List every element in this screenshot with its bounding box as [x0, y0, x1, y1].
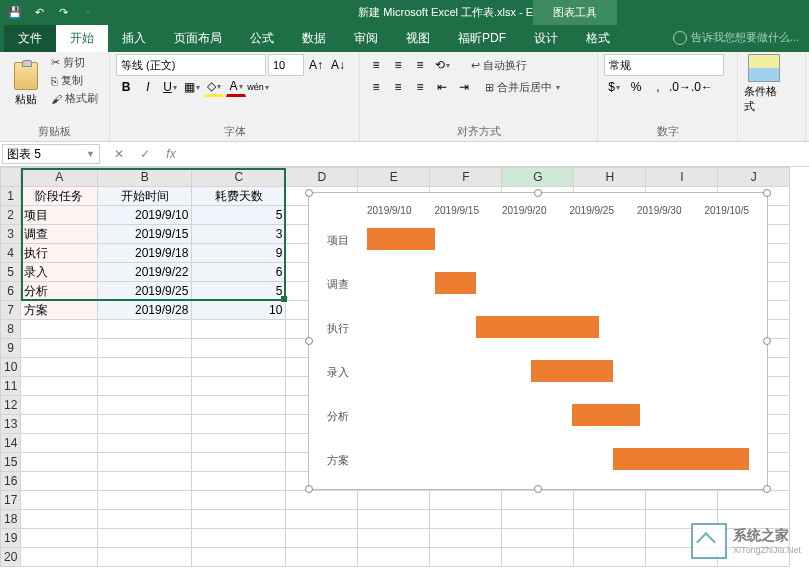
tab-chart-format[interactable]: 格式 — [572, 25, 624, 52]
cell-F20[interactable] — [430, 548, 502, 567]
row-header-16[interactable]: 16 — [1, 472, 21, 491]
cell-D18[interactable] — [286, 510, 358, 529]
cell-B14[interactable] — [98, 434, 192, 453]
cell-B19[interactable] — [98, 529, 192, 548]
cell-A5[interactable]: 录入 — [21, 263, 98, 282]
row-header-20[interactable]: 20 — [1, 548, 21, 567]
fill-color-button[interactable]: ◇ — [204, 77, 224, 97]
row-header-2[interactable]: 2 — [1, 206, 21, 225]
cell-I17[interactable] — [646, 491, 718, 510]
chart-object[interactable]: 2019/9/102019/9/152019/9/202019/9/252019… — [308, 192, 768, 490]
cell-E18[interactable] — [358, 510, 430, 529]
border-button[interactable]: ▦ — [182, 77, 202, 97]
cell-A17[interactable] — [21, 491, 98, 510]
cell-C16[interactable] — [192, 472, 286, 491]
cell-D20[interactable] — [286, 548, 358, 567]
tab-formulas[interactable]: 公式 — [236, 25, 288, 52]
cell-C11[interactable] — [192, 377, 286, 396]
tab-foxit-pdf[interactable]: 福昕PDF — [444, 25, 520, 52]
decrease-indent-icon[interactable]: ⇤ — [432, 77, 452, 97]
increase-decimal-icon[interactable]: .0→ — [670, 77, 690, 97]
cell-B6[interactable]: 2019/9/25 — [98, 282, 192, 301]
chart-plot-area[interactable]: 项目 调查 执行 录入 分析 方案 — [327, 224, 749, 472]
row-header-12[interactable]: 12 — [1, 396, 21, 415]
cell-A4[interactable]: 执行 — [21, 244, 98, 263]
row-header-9[interactable]: 9 — [1, 339, 21, 358]
cell-C18[interactable] — [192, 510, 286, 529]
cell-C5[interactable]: 6 — [192, 263, 286, 282]
cell-A10[interactable] — [21, 358, 98, 377]
format-painter-button[interactable]: 🖌格式刷 — [48, 90, 101, 107]
wrap-text-button[interactable]: ↩自动换行 — [468, 57, 530, 74]
cell-A15[interactable] — [21, 453, 98, 472]
enter-formula-icon[interactable]: ✓ — [134, 147, 156, 161]
paste-button[interactable]: 粘贴 — [6, 54, 46, 114]
cell-A6[interactable]: 分析 — [21, 282, 98, 301]
cell-B17[interactable] — [98, 491, 192, 510]
phonetic-button[interactable]: wén — [248, 77, 268, 97]
cell-F18[interactable] — [430, 510, 502, 529]
save-icon[interactable]: 💾 — [4, 3, 26, 23]
align-right-icon[interactable]: ≡ — [410, 77, 430, 97]
decrease-font-icon[interactable]: A↓ — [328, 55, 348, 75]
row-header-15[interactable]: 15 — [1, 453, 21, 472]
decrease-decimal-icon[interactable]: .0← — [692, 77, 712, 97]
row-header-5[interactable]: 5 — [1, 263, 21, 282]
tell-me-search[interactable]: 告诉我您想要做什么... — [673, 30, 799, 45]
tab-view[interactable]: 视图 — [392, 25, 444, 52]
cell-D19[interactable] — [286, 529, 358, 548]
cut-button[interactable]: ✂剪切 — [48, 54, 101, 71]
tab-file[interactable]: 文件 — [4, 25, 56, 52]
gantt-bar[interactable] — [367, 228, 435, 250]
increase-indent-icon[interactable]: ⇥ — [454, 77, 474, 97]
gantt-bar[interactable] — [572, 404, 640, 426]
cell-A19[interactable] — [21, 529, 98, 548]
row-header-19[interactable]: 19 — [1, 529, 21, 548]
cell-C14[interactable] — [192, 434, 286, 453]
cell-C8[interactable] — [192, 320, 286, 339]
cell-B5[interactable]: 2019/9/22 — [98, 263, 192, 282]
col-header-H[interactable]: H — [574, 168, 646, 187]
cell-G17[interactable] — [502, 491, 574, 510]
row-header-6[interactable]: 6 — [1, 282, 21, 301]
cell-A2[interactable]: 项目 — [21, 206, 98, 225]
row-header-4[interactable]: 4 — [1, 244, 21, 263]
worksheet-area[interactable]: ABCDEFGHIJ1阶段任务开始时间耗费天数2项目2019/9/1053调查2… — [0, 167, 809, 567]
cell-B8[interactable] — [98, 320, 192, 339]
col-header-A[interactable]: A — [21, 168, 98, 187]
cell-G19[interactable] — [502, 529, 574, 548]
cell-C7[interactable]: 10 — [192, 301, 286, 320]
cell-H17[interactable] — [574, 491, 646, 510]
cell-C9[interactable] — [192, 339, 286, 358]
percent-format-icon[interactable]: % — [626, 77, 646, 97]
cell-A14[interactable] — [21, 434, 98, 453]
cell-E20[interactable] — [358, 548, 430, 567]
cell-B2[interactable]: 2019/9/10 — [98, 206, 192, 225]
align-center-icon[interactable]: ≡ — [388, 77, 408, 97]
gantt-bar[interactable] — [613, 448, 749, 470]
cell-B10[interactable] — [98, 358, 192, 377]
tab-page-layout[interactable]: 页面布局 — [160, 25, 236, 52]
cell-A1[interactable]: 阶段任务 — [21, 187, 98, 206]
fx-icon[interactable]: fx — [160, 147, 182, 161]
font-name-select[interactable] — [116, 54, 266, 76]
row-header-11[interactable]: 11 — [1, 377, 21, 396]
cell-B9[interactable] — [98, 339, 192, 358]
font-color-button[interactable]: A — [226, 77, 246, 97]
cell-B3[interactable]: 2019/9/15 — [98, 225, 192, 244]
row-header-18[interactable]: 18 — [1, 510, 21, 529]
col-header-C[interactable]: C — [192, 168, 286, 187]
gantt-bar[interactable] — [435, 272, 476, 294]
formula-input[interactable] — [188, 144, 809, 164]
cell-B4[interactable]: 2019/9/18 — [98, 244, 192, 263]
cell-G20[interactable] — [502, 548, 574, 567]
cell-C17[interactable] — [192, 491, 286, 510]
merge-center-button[interactable]: ⊞合并后居中 — [482, 79, 563, 96]
copy-button[interactable]: ⎘复制 — [48, 72, 101, 89]
align-bottom-icon[interactable]: ≡ — [410, 55, 430, 75]
qat-customize-icon[interactable] — [76, 3, 98, 23]
col-header-J[interactable]: J — [718, 168, 790, 187]
col-header-B[interactable]: B — [98, 168, 192, 187]
cell-C19[interactable] — [192, 529, 286, 548]
cell-A11[interactable] — [21, 377, 98, 396]
